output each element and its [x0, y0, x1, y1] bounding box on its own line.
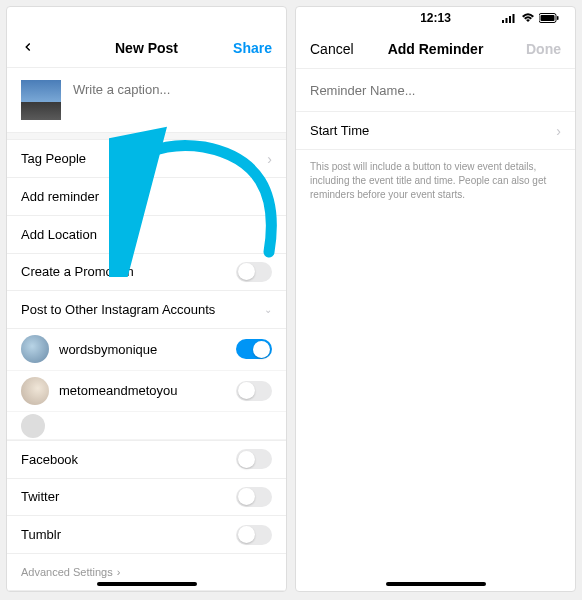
section-separator — [7, 132, 286, 140]
twitter-row[interactable]: Twitter — [7, 479, 286, 517]
avatar — [21, 377, 49, 405]
row-label: Add Location — [21, 227, 97, 242]
post-thumbnail[interactable] — [21, 80, 61, 120]
back-button[interactable] — [21, 38, 71, 59]
chevron-right-icon: › — [267, 188, 272, 204]
nav-bar: Cancel Add Reminder Done — [296, 29, 575, 69]
battery-icon — [539, 13, 559, 23]
start-time-row[interactable]: Start Time › — [296, 112, 575, 150]
svg-rect-2 — [509, 16, 511, 23]
chevron-right-icon: › — [556, 123, 561, 139]
nav-bar: New Post Share — [7, 29, 286, 69]
status-icons — [502, 13, 559, 23]
share-button[interactable]: Share — [222, 40, 272, 56]
reminder-name-input[interactable] — [310, 83, 561, 98]
row-label: Add reminder — [21, 189, 99, 204]
add-location-row[interactable]: Add Location › — [7, 216, 286, 254]
right-phone-add-reminder: 12:13 Cancel Add Reminder Done Start Tim… — [295, 6, 576, 592]
signal-icon — [502, 13, 517, 23]
advanced-label: Advanced Settings — [21, 566, 113, 578]
row-label: Start Time — [310, 123, 369, 138]
tumblr-toggle[interactable] — [236, 525, 272, 545]
chevron-left-icon — [21, 40, 35, 54]
row-label: Post to Other Instagram Accounts — [21, 302, 215, 317]
home-indicator — [97, 582, 197, 586]
account-name: wordsbymonique — [59, 342, 226, 357]
cancel-button[interactable]: Cancel — [310, 41, 360, 57]
wifi-icon — [521, 13, 535, 23]
tumblr-row[interactable]: Tumblr — [7, 516, 286, 554]
add-reminder-row[interactable]: Add reminder › — [7, 178, 286, 216]
facebook-row[interactable]: Facebook — [7, 441, 286, 479]
avatar — [21, 335, 49, 363]
svg-rect-5 — [541, 15, 555, 21]
account-toggle[interactable] — [236, 381, 272, 401]
row-label: Tumblr — [21, 527, 61, 542]
status-time: 12:13 — [420, 11, 451, 25]
row-label: Create a Promotion — [21, 264, 134, 279]
chevron-down-icon: ⌄ — [264, 304, 272, 315]
done-button: Done — [511, 41, 561, 57]
caption-input[interactable] — [73, 80, 272, 97]
svg-rect-6 — [557, 16, 559, 20]
reminder-name-row — [296, 69, 575, 112]
row-label: Tag People — [21, 151, 86, 166]
left-phone-new-post: New Post Share Tag People › Add reminder… — [6, 6, 287, 592]
description-text: This post will include a button to view … — [296, 150, 575, 212]
status-bar — [7, 7, 286, 29]
nav-title: Add Reminder — [388, 41, 484, 57]
svg-rect-1 — [506, 18, 508, 23]
tag-people-row[interactable]: Tag People › — [7, 140, 286, 178]
account-toggle[interactable] — [236, 339, 272, 359]
svg-rect-3 — [513, 14, 515, 23]
account-row: wordsbymonique — [7, 329, 286, 371]
home-indicator — [386, 582, 486, 586]
avatar — [21, 414, 45, 438]
chevron-right-icon: › — [267, 226, 272, 242]
account-name: metomeandmetoyou — [59, 383, 226, 398]
svg-rect-0 — [502, 20, 504, 23]
chevron-right-icon: › — [267, 151, 272, 167]
promotion-toggle[interactable] — [236, 262, 272, 282]
nav-title: New Post — [115, 40, 178, 56]
account-row-partial — [7, 412, 286, 440]
create-promotion-row[interactable]: Create a Promotion — [7, 254, 286, 292]
row-label: Facebook — [21, 452, 78, 467]
facebook-toggle[interactable] — [236, 449, 272, 469]
row-label: Twitter — [21, 489, 59, 504]
chevron-right-icon: › — [117, 566, 121, 578]
status-bar: 12:13 — [296, 7, 575, 29]
post-other-accounts-row[interactable]: Post to Other Instagram Accounts ⌄ — [7, 291, 286, 329]
caption-row — [7, 68, 286, 132]
account-row: metomeandmetoyou — [7, 371, 286, 413]
twitter-toggle[interactable] — [236, 487, 272, 507]
